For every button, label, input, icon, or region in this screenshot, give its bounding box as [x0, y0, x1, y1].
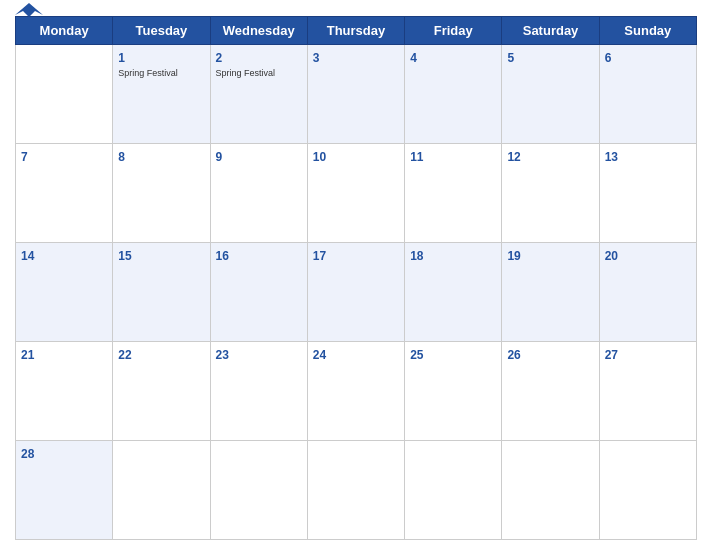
- calendar-day-cell: 3: [307, 45, 404, 144]
- calendar-day-cell: 19: [502, 243, 599, 342]
- calendar-table: MondayTuesdayWednesdayThursdayFridaySatu…: [15, 16, 697, 540]
- weekday-header-wednesday: Wednesday: [210, 17, 307, 45]
- day-number: 24: [313, 348, 326, 362]
- day-number: 26: [507, 348, 520, 362]
- calendar-day-cell: 5: [502, 45, 599, 144]
- calendar-day-cell: [307, 441, 404, 540]
- calendar-day-cell: [113, 441, 210, 540]
- calendar-week-row: 28: [16, 441, 697, 540]
- calendar-day-cell: 21: [16, 342, 113, 441]
- day-number: 3: [313, 51, 320, 65]
- day-number: 18: [410, 249, 423, 263]
- calendar-day-cell: 1Spring Festival: [113, 45, 210, 144]
- day-number: 17: [313, 249, 326, 263]
- calendar-day-cell: 17: [307, 243, 404, 342]
- calendar-day-cell: 18: [405, 243, 502, 342]
- weekday-header-tuesday: Tuesday: [113, 17, 210, 45]
- calendar-day-cell: 14: [16, 243, 113, 342]
- day-number: 19: [507, 249, 520, 263]
- calendar-day-cell: 11: [405, 144, 502, 243]
- day-number: 4: [410, 51, 417, 65]
- svg-marker-0: [15, 3, 43, 17]
- logo: [15, 1, 45, 19]
- calendar-day-cell: 28: [16, 441, 113, 540]
- calendar-day-cell: 27: [599, 342, 696, 441]
- day-number: 23: [216, 348, 229, 362]
- day-number: 7: [21, 150, 28, 164]
- weekday-header-thursday: Thursday: [307, 17, 404, 45]
- calendar-day-cell: 10: [307, 144, 404, 243]
- calendar-day-cell: 13: [599, 144, 696, 243]
- calendar-day-cell: [16, 45, 113, 144]
- calendar-day-cell: 6: [599, 45, 696, 144]
- day-number: 15: [118, 249, 131, 263]
- day-number: 11: [410, 150, 423, 164]
- day-number: 2: [216, 51, 223, 65]
- calendar-day-cell: 26: [502, 342, 599, 441]
- calendar-day-cell: 7: [16, 144, 113, 243]
- weekday-header-sunday: Sunday: [599, 17, 696, 45]
- day-number: 10: [313, 150, 326, 164]
- calendar-day-cell: 22: [113, 342, 210, 441]
- weekday-header-row: MondayTuesdayWednesdayThursdayFridaySatu…: [16, 17, 697, 45]
- calendar-day-cell: 23: [210, 342, 307, 441]
- calendar-day-cell: [599, 441, 696, 540]
- day-number: 22: [118, 348, 131, 362]
- day-number: 14: [21, 249, 34, 263]
- day-number: 6: [605, 51, 612, 65]
- calendar-day-cell: 4: [405, 45, 502, 144]
- calendar-day-cell: 8: [113, 144, 210, 243]
- day-number: 21: [21, 348, 34, 362]
- calendar-week-row: 1Spring Festival2Spring Festival3456: [16, 45, 697, 144]
- day-number: 1: [118, 51, 125, 65]
- calendar-day-cell: 12: [502, 144, 599, 243]
- day-number: 25: [410, 348, 423, 362]
- calendar-day-cell: [210, 441, 307, 540]
- day-number: 12: [507, 150, 520, 164]
- calendar-day-cell: 24: [307, 342, 404, 441]
- weekday-header-monday: Monday: [16, 17, 113, 45]
- weekday-header-saturday: Saturday: [502, 17, 599, 45]
- calendar-event: Spring Festival: [216, 68, 302, 78]
- calendar-day-cell: 9: [210, 144, 307, 243]
- calendar-day-cell: 16: [210, 243, 307, 342]
- day-number: 9: [216, 150, 223, 164]
- calendar-week-row: 78910111213: [16, 144, 697, 243]
- calendar-week-row: 21222324252627: [16, 342, 697, 441]
- day-number: 13: [605, 150, 618, 164]
- calendar-day-cell: 20: [599, 243, 696, 342]
- calendar-day-cell: 25: [405, 342, 502, 441]
- day-number: 16: [216, 249, 229, 263]
- day-number: 27: [605, 348, 618, 362]
- day-number: 5: [507, 51, 514, 65]
- day-number: 28: [21, 447, 34, 461]
- calendar-day-cell: 2Spring Festival: [210, 45, 307, 144]
- weekday-header-friday: Friday: [405, 17, 502, 45]
- day-number: 20: [605, 249, 618, 263]
- calendar-day-cell: [502, 441, 599, 540]
- calendar-event: Spring Festival: [118, 68, 204, 78]
- logo-bird-icon: [15, 1, 43, 19]
- day-number: 8: [118, 150, 125, 164]
- calendar-week-row: 14151617181920: [16, 243, 697, 342]
- calendar-day-cell: 15: [113, 243, 210, 342]
- calendar-day-cell: [405, 441, 502, 540]
